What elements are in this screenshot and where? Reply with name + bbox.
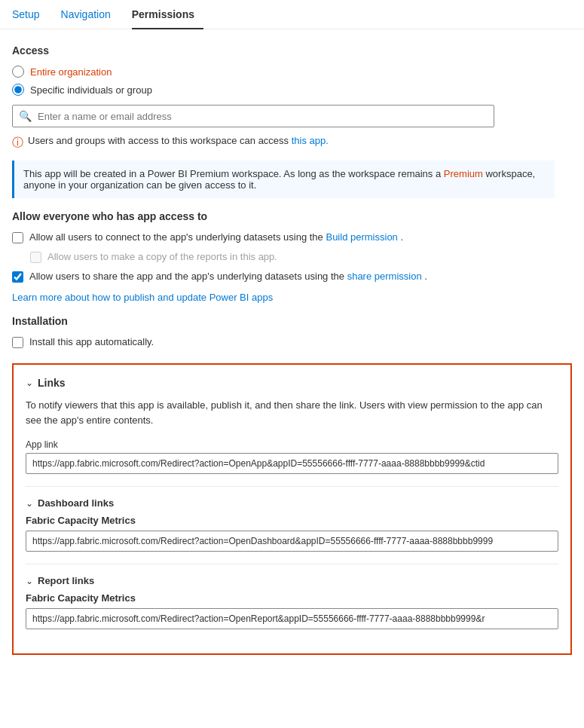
- app-link-label: App link: [26, 439, 558, 450]
- premium-text-1: This app will be created in a Power BI P…: [23, 168, 441, 179]
- build-permission-link[interactable]: Build permission: [326, 231, 397, 243]
- app-link-group: App link: [26, 439, 558, 474]
- share-permission-link[interactable]: share permission: [347, 271, 422, 282]
- info-icon: ⓘ: [12, 136, 23, 150]
- checkbox-share-permission-input[interactable]: [12, 271, 23, 283]
- checkbox-group: Allow all users to connect to the app's …: [12, 231, 572, 283]
- report-links-header: ⌄ Report links: [26, 575, 558, 586]
- search-input[interactable]: [38, 111, 488, 122]
- info-link[interactable]: this app.: [292, 135, 329, 146]
- radio-specific[interactable]: Specific individuals or group: [12, 84, 572, 96]
- links-description: To notify viewers that this app is avail…: [26, 398, 558, 427]
- dashboard-chevron-icon[interactable]: ⌄: [26, 498, 33, 509]
- report-link-input[interactable]: [26, 608, 558, 629]
- tabs-bar: Setup Navigation Permissions: [0, 0, 584, 29]
- search-box: 🔍: [12, 105, 494, 127]
- allow-heading: Allow everyone who has app access to: [12, 210, 572, 222]
- installation-section: Installation Install this app automatica…: [12, 315, 572, 348]
- checkbox-share-permission-label: Allow users to share the app and the app…: [29, 271, 427, 282]
- main-content: Access Entire organization Specific indi…: [0, 29, 584, 670]
- access-section: Access Entire organization Specific indi…: [12, 44, 572, 198]
- checkbox-build-permission-input[interactable]: [12, 232, 23, 243]
- app-link-input[interactable]: [26, 453, 558, 474]
- tab-navigation[interactable]: Navigation: [61, 1, 120, 29]
- checkbox-install-auto[interactable]: Install this app automatically.: [12, 336, 572, 348]
- info-row: ⓘ Users and groups with access to this w…: [12, 135, 572, 150]
- links-section-header: ⌄ Links: [26, 377, 558, 389]
- links-section-title: Links: [38, 377, 66, 389]
- tab-setup[interactable]: Setup: [12, 1, 49, 29]
- radio-specific-input[interactable]: [12, 84, 24, 96]
- checkbox-install-auto-input[interactable]: [12, 337, 23, 348]
- report-item-name: Fabric Capacity Metrics: [26, 592, 558, 604]
- links-chevron-icon[interactable]: ⌄: [26, 378, 33, 388]
- checkbox-install-auto-label: Install this app automatically.: [29, 336, 154, 347]
- dashboard-links-group: ⌄ Dashboard links Fabric Capacity Metric…: [26, 497, 558, 552]
- radio-entire-org-input[interactable]: [12, 66, 24, 78]
- dashboard-link-input[interactable]: [26, 531, 558, 552]
- checkbox-copy-reports[interactable]: Allow users to make a copy of the report…: [12, 251, 572, 263]
- info-text: Users and groups with access to this wor…: [28, 135, 329, 146]
- checkbox-copy-reports-input: [30, 252, 41, 263]
- allow-section: Allow everyone who has app access to All…: [12, 210, 572, 303]
- divider-2: [26, 564, 558, 564]
- divider-1: [26, 486, 558, 487]
- report-chevron-icon[interactable]: ⌄: [26, 576, 33, 586]
- premium-highlight: Premium: [444, 168, 483, 179]
- access-radio-group: Entire organization Specific individuals…: [12, 66, 572, 96]
- access-heading: Access: [12, 44, 572, 57]
- radio-specific-label: Specific individuals or group: [30, 84, 152, 96]
- search-icon: 🔍: [19, 110, 32, 122]
- learn-more-link[interactable]: Learn more about how to publish and upda…: [12, 292, 572, 303]
- checkbox-build-permission-label: Allow all users to connect to the app's …: [29, 231, 403, 243]
- checkbox-copy-reports-label: Allow users to make a copy of the report…: [47, 251, 277, 262]
- installation-heading: Installation: [12, 315, 572, 327]
- dashboard-links-header: ⌄ Dashboard links: [26, 497, 558, 509]
- links-section: ⌄ Links To notify viewers that this app …: [12, 363, 572, 655]
- dashboard-item-name: Fabric Capacity Metrics: [26, 515, 558, 526]
- radio-entire-org[interactable]: Entire organization: [12, 66, 572, 78]
- report-links-title: Report links: [38, 575, 94, 586]
- radio-entire-org-label: Entire organization: [30, 66, 112, 78]
- tab-permissions[interactable]: Permissions: [132, 1, 203, 29]
- report-links-group: ⌄ Report links Fabric Capacity Metrics: [26, 575, 558, 629]
- checkbox-share-permission[interactable]: Allow users to share the app and the app…: [12, 271, 572, 283]
- dashboard-links-title: Dashboard links: [38, 497, 114, 509]
- checkbox-build-permission[interactable]: Allow all users to connect to the app's …: [12, 231, 572, 243]
- premium-info-box: This app will be created in a Power BI P…: [12, 161, 555, 198]
